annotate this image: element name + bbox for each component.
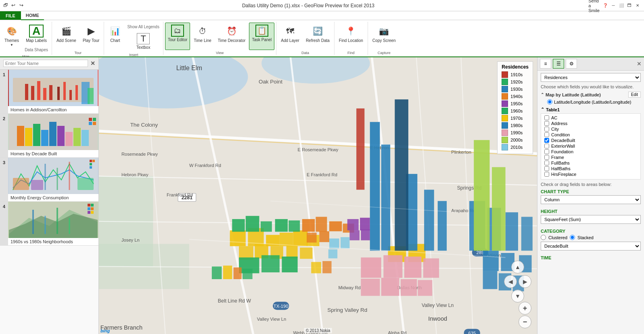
file-tab[interactable]: FILE: [0, 11, 21, 20]
right-panel-close[interactable]: ✕: [637, 61, 642, 67]
tour-close-btn[interactable]: ✕: [90, 60, 95, 67]
svg-rect-25: [93, 118, 96, 121]
chart-button[interactable]: 📊 Chart: [106, 23, 124, 50]
play-tour-button[interactable]: ▶ Play Tour: [80, 23, 102, 50]
time-decorator-button[interactable]: ⏰ Time Decorator: [215, 23, 249, 50]
tour-sidebar-header: ✕: [0, 57, 98, 70]
map-zoom-controls: + −: [519, 302, 531, 328]
svg-text:Alpha Rd: Alpha Rd: [388, 330, 407, 334]
excel-icon: 🗗: [3, 2, 10, 9]
field-checkbox[interactable]: [544, 138, 549, 143]
legend-color-box: [502, 122, 508, 129]
map-by-section-header[interactable]: ⌃ Map by Latitude (Latitude) Edit: [541, 92, 641, 98]
tour-item-1-thumb: [8, 70, 98, 106]
chart-type-select[interactable]: Column: [541, 195, 641, 204]
tour-name-input[interactable]: [3, 60, 88, 67]
field-checkbox[interactable]: [544, 161, 549, 165]
field-checkbox[interactable]: [544, 144, 549, 148]
table1-section-header[interactable]: ⌃ Table1: [541, 107, 641, 112]
find-group-label: Find: [347, 50, 355, 55]
nav-right-btn[interactable]: ▶: [519, 275, 531, 288]
svg-rect-120: [246, 216, 259, 232]
minimize-btn[interactable]: ─: [610, 2, 617, 9]
map-navigation: ▲ ◀ ▶ ▼: [504, 261, 531, 303]
field-checkbox[interactable]: [544, 172, 549, 177]
field-checkbox[interactable]: [544, 155, 549, 160]
svg-text:Valley View Ln: Valley View Ln: [422, 303, 454, 308]
field-checkbox[interactable]: [544, 127, 549, 132]
zoom-in-btn[interactable]: +: [519, 302, 531, 315]
field-checkbox[interactable]: [544, 132, 549, 137]
add-scene-button[interactable]: 🎬 Add Scene: [54, 23, 79, 50]
cluster-stacked-row: Clustered Stacked: [541, 235, 641, 240]
zoom-out-btn[interactable]: −: [519, 315, 531, 328]
undo-btn[interactable]: ↩: [11, 2, 18, 9]
svg-rect-156: [383, 255, 402, 278]
clustered-radio[interactable]: [541, 235, 546, 240]
height-select[interactable]: SquareFeet (Sum): [541, 215, 641, 224]
nav-up-btn[interactable]: ▲: [511, 261, 524, 273]
field-checkbox[interactable]: [544, 121, 549, 126]
edit-btn[interactable]: Edit: [628, 92, 641, 98]
field-checkbox-row: HalfBaths: [543, 166, 639, 171]
textbox-button[interactable]: T Textbox: [125, 31, 161, 52]
map-area[interactable]: 2281 TX-190 635 289 Frisco Little Elm Oa…: [99, 57, 537, 334]
svg-rect-109: [280, 233, 293, 246]
svg-rect-167: [212, 267, 222, 279]
legend-color-box: [502, 100, 508, 107]
field-checkbox[interactable]: [544, 166, 549, 171]
svg-text:Frankford Rd: Frankford Rd: [167, 192, 193, 197]
send-smile-btn[interactable]: Send a Smile: [591, 2, 597, 9]
find-location-icon: 📍: [345, 25, 358, 38]
close-btn[interactable]: ✕: [634, 2, 641, 9]
settings-icon[interactable]: ⚙: [566, 59, 577, 69]
data-shapes-button[interactable]: Data Shapes: [23, 46, 50, 54]
tour-item-2[interactable]: 2: [0, 114, 98, 158]
window-left-controls: 🗗 ↩ ↪: [3, 2, 26, 9]
time-line-button[interactable]: ⏱ Time Line: [191, 23, 214, 50]
map-by-label: Map by Latitude (Latitude): [546, 92, 601, 97]
list-icon[interactable]: ☰: [553, 59, 564, 69]
field-checkbox[interactable]: [544, 149, 549, 154]
find-location-button[interactable]: 📍 Find Location: [336, 23, 366, 50]
maximize-btn[interactable]: 🗖: [626, 2, 633, 9]
legend-item-label: 1990s: [510, 130, 523, 135]
svg-rect-116: [300, 248, 312, 259]
lat-lon-radio[interactable]: [547, 99, 552, 104]
map-background: 2281 TX-190 635 289 Frisco Little Elm Oa…: [99, 57, 537, 334]
layer-select[interactable]: Residences: [541, 73, 641, 82]
ribbon-group-view: 🗂 Tour Editor ⏱ Time Line ⏰ Time Decorat…: [163, 22, 276, 55]
refresh-data-button[interactable]: 🔄 Refresh Data: [303, 23, 332, 50]
field-checkbox[interactable]: [544, 115, 549, 120]
copy-screen-button[interactable]: 📷 Copy Screen: [370, 23, 399, 50]
themes-button[interactable]: 🎨 Themes ▼: [2, 23, 22, 50]
legend-color-box: [502, 137, 508, 143]
legend-items: 1910s1920s1930s1940s1950s1960s1970s1980s…: [502, 71, 529, 150]
nav-left-btn[interactable]: ◀: [504, 275, 517, 288]
home-tab[interactable]: HOME: [21, 11, 44, 20]
show-all-legends-button[interactable]: Show All Legends: [125, 23, 161, 31]
bing-logo: bing: [100, 328, 110, 333]
tour-item-1[interactable]: 1: [0, 70, 98, 114]
map-labels-button[interactable]: A Map Labels: [23, 23, 50, 45]
tour-item-3[interactable]: 3: [0, 158, 98, 202]
task-panel-button[interactable]: 📋 Task Panel: [249, 23, 274, 50]
nav-down-btn[interactable]: ▼: [511, 290, 524, 303]
lat-lon-label: Latitude/Longitude (Latitude/Longitude): [554, 100, 631, 104]
stacked-radio[interactable]: [570, 235, 575, 240]
svg-rect-37: [90, 163, 92, 165]
svg-rect-26: [89, 122, 92, 125]
field-checkbox-row: AC: [543, 115, 639, 120]
restore-btn[interactable]: ⬜: [618, 2, 625, 9]
category-select[interactable]: DecadeBuilt: [541, 242, 641, 250]
copy-screen-label: Copy Screen: [372, 38, 396, 43]
copy-screen-icon: 📷: [378, 25, 391, 38]
tour-item-4[interactable]: 4: [0, 202, 98, 246]
add-layer-button[interactable]: 🗺 Add Layer: [278, 23, 302, 50]
redo-btn[interactable]: ↪: [19, 2, 26, 9]
layers-icon[interactable]: ≡: [540, 59, 551, 69]
svg-rect-155: [361, 257, 381, 278]
tour-editor-button[interactable]: 🗂 Tour Editor: [165, 23, 190, 50]
legend-item: 1930s: [502, 86, 529, 92]
help-btn[interactable]: ❓: [602, 2, 608, 9]
